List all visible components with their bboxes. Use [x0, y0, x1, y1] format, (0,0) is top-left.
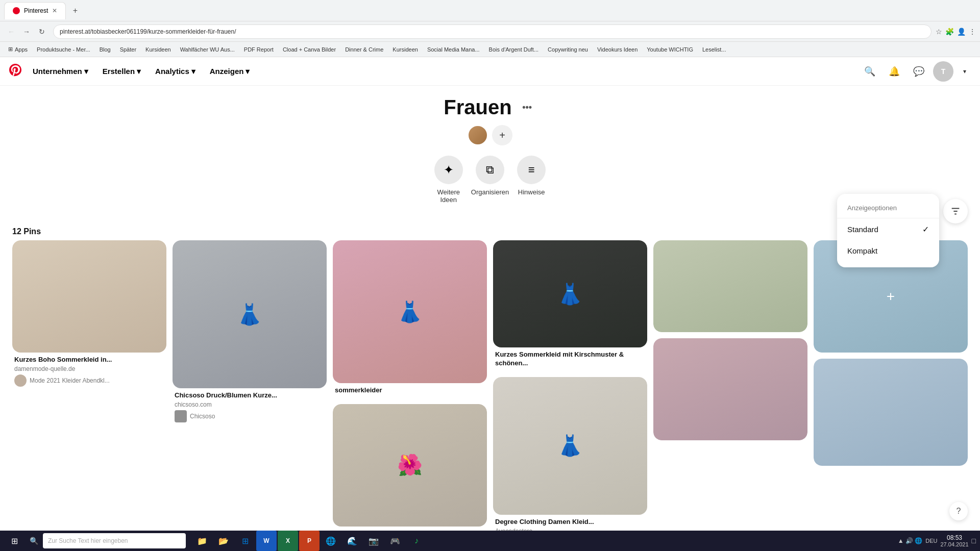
pins-count: 12 Pins [0, 219, 980, 240]
nav-anzeigen-chevron: ▾ [246, 67, 250, 76]
bookmark-pdf[interactable]: PDF Report [240, 45, 278, 54]
bookmark-dinner[interactable]: Dinner & Crime [341, 45, 387, 54]
nav-unternehmen-chevron: ▾ [84, 67, 88, 76]
bookmark-youtube[interactable]: Youtube WICHTIG [643, 45, 697, 54]
nav-analytics[interactable]: Analytics ▾ [149, 63, 202, 80]
nav-erstellen-chevron: ▾ [137, 67, 141, 76]
bookmark-cload[interactable]: Cload + Canva Bilder [279, 45, 340, 54]
more-ideas-button[interactable]: ✦ WeitereIdeen [434, 156, 463, 204]
bookmark-icon[interactable]: ☆ [936, 28, 942, 36]
dropdown-standard-label: Standard [847, 225, 878, 234]
tab-close-btn[interactable]: ✕ [52, 7, 57, 14]
pinterest-header: Unternehmen ▾ Erstellen ▾ Analytics ▾ An… [0, 57, 980, 86]
profile-icon[interactable]: 👤 [957, 28, 966, 36]
bookmark-kursideen2[interactable]: Kursideen [388, 45, 422, 54]
pin-card[interactable]: 👗 ☆ Degree Clothing Damen Kleid... Avoca… [493, 377, 647, 531]
pin-author-avatar [14, 374, 27, 387]
pin-card[interactable]: ☆ [814, 359, 968, 466]
nav-anzeigen-label: Anzeigen [210, 67, 244, 76]
notifications-button[interactable]: 🔔 [884, 61, 904, 82]
profile-chevron-button[interactable]: ▾ [958, 64, 972, 79]
pins-grid: ☆ Kurzes Boho Sommerkleid in... damenmod… [0, 240, 980, 531]
pin-card[interactable]: ☆ [653, 240, 807, 332]
header-right: 🔍 🔔 💬 T ▾ [860, 61, 972, 82]
more-ideas-icon: ✦ [434, 156, 463, 184]
notes-button[interactable]: ≡ Hinweise [517, 156, 546, 204]
pin-card[interactable]: 👗 ☆ Chicsoso Druck/Blumen Kurze... chics… [173, 240, 327, 425]
filter-button[interactable] [943, 199, 968, 223]
tab-title: Pinterest [24, 7, 48, 14]
extensions-icon[interactable]: 🧩 [945, 28, 954, 36]
nav-unternehmen[interactable]: Unternehmen ▾ [27, 63, 94, 80]
pin-image [814, 359, 968, 466]
pin-info: sommerkleider [333, 383, 487, 398]
help-button[interactable]: ? [949, 502, 968, 520]
organize-button[interactable]: ⧉ Organisieren [471, 156, 509, 204]
notes-icon: ≡ [517, 156, 546, 184]
nav-menu: Unternehmen ▾ Erstellen ▾ Analytics ▾ An… [27, 63, 256, 80]
board-title-row: Frauen ••• [444, 96, 536, 119]
menu-icon[interactable]: ⋮ [969, 28, 976, 36]
pin-card[interactable]: 👗 ☆ sommerkleider [333, 240, 487, 398]
address-icons: ☆ 🧩 👤 ⋮ [936, 28, 976, 36]
url-text: pinterest.at/tobiasbecker061199/kurze-so… [60, 28, 236, 35]
bookmarks-bar: ⊞ Apps Produktsuche - Mer... Blog Später… [0, 42, 980, 57]
add-collaborator-button[interactable]: + [492, 125, 512, 145]
dropdown-item-kompakt[interactable]: Kompakt [837, 240, 939, 261]
pin-author-name: Mode 2021 Kleider Abendkl... [30, 377, 110, 384]
nav-anzeigen[interactable]: Anzeigen ▾ [204, 63, 256, 80]
bookmark-bois[interactable]: Bois d'Argent Duft... [485, 45, 543, 54]
bookmark-kursideen1[interactable]: Kursideen [141, 45, 175, 54]
pin-card[interactable]: 🌺 ☆ Dieser Artikel ist nicht verfügbar |… [333, 404, 487, 531]
dropdown-item-standard[interactable]: Standard ✓ [837, 218, 939, 240]
pin-image: 👗 [173, 240, 327, 388]
active-tab[interactable]: Pinterest ✕ [4, 2, 66, 19]
board-title-text: Frauen [444, 96, 511, 119]
board-more-button[interactable]: ••• [518, 98, 536, 117]
pin-title: Kurzes Sommerkleid mit Kirschmuster & sc… [495, 350, 645, 368]
dropdown-header: Anzeigeoptionen [837, 200, 939, 218]
bookmark-apps[interactable]: ⊞ Apps [4, 44, 32, 54]
collaborator-avatar [468, 125, 488, 145]
collaborators: + [0, 125, 980, 145]
organize-label: Organisieren [471, 188, 509, 196]
nav-analytics-chevron: ▾ [191, 67, 195, 76]
reload-button[interactable]: ↻ [35, 24, 49, 39]
pin-author: Chicsoso [175, 410, 325, 422]
pin-author: Mode 2021 Kleider Abendkl... [14, 374, 164, 387]
pin-title: Chicsoso Druck/Blumen Kurze... [175, 391, 325, 400]
pin-card[interactable]: 👗 ☆ Kurzes Sommerkleid mit Kirschmuster … [493, 240, 647, 371]
avatar-button[interactable]: T [933, 61, 953, 82]
nav-erstellen[interactable]: Erstellen ▾ [96, 63, 147, 80]
bookmark-spaeter[interactable]: Später [116, 45, 140, 54]
bookmark-videokurs[interactable]: Videokurs Ideen [593, 45, 642, 54]
bookmark-socialmedia[interactable]: Social Media Mana... [423, 45, 484, 54]
bookmark-wahlfaecher[interactable]: Wahlfächer WU Aus... [176, 45, 239, 54]
forward-button[interactable]: → [19, 24, 34, 39]
back-button[interactable]: ← [4, 24, 18, 39]
search-button[interactable]: 🔍 [860, 61, 880, 82]
pin-card[interactable]: ☆ [653, 338, 807, 440]
address-input[interactable]: pinterest.at/tobiasbecker061199/kurze-so… [53, 24, 932, 39]
pin-info: Kurzes Boho Sommerkleid in... damenmode-… [12, 353, 166, 390]
pin-image: 👗 [493, 240, 647, 347]
bookmark-copywriting[interactable]: Copywriting neu [544, 45, 592, 54]
pinterest-logo[interactable] [8, 63, 22, 80]
bookmark-blog[interactable]: Blog [95, 45, 115, 54]
pin-card[interactable]: ☆ Kurzes Boho Sommerkleid in... damenmod… [12, 240, 166, 390]
pin-info: Degree Clothing Damen Kleid... Avocadost… [493, 515, 647, 531]
pin-image: 👗 [493, 377, 647, 515]
standard-checkmark: ✓ [922, 224, 929, 234]
tab-bar: Pinterest ✕ + [4, 2, 82, 19]
pin-title: Kurzes Boho Sommerkleid in... [14, 356, 164, 364]
nav-buttons: ← → ↻ [4, 24, 49, 39]
pin-title: sommerkleider [335, 386, 485, 395]
organize-icon: ⧉ [476, 156, 504, 184]
bookmark-lese[interactable]: Leselist... [698, 45, 730, 54]
content-area: Frauen ••• + ✦ WeitereIdeen ⧉ Organisier… [0, 86, 980, 531]
messages-button[interactable]: 💬 [909, 61, 929, 82]
nav-analytics-label: Analytics [155, 67, 189, 76]
new-tab-button[interactable]: + [68, 4, 82, 18]
pin-author-avatar [175, 410, 187, 422]
bookmark-produktsuche[interactable]: Produktsuche - Mer... [33, 45, 94, 54]
